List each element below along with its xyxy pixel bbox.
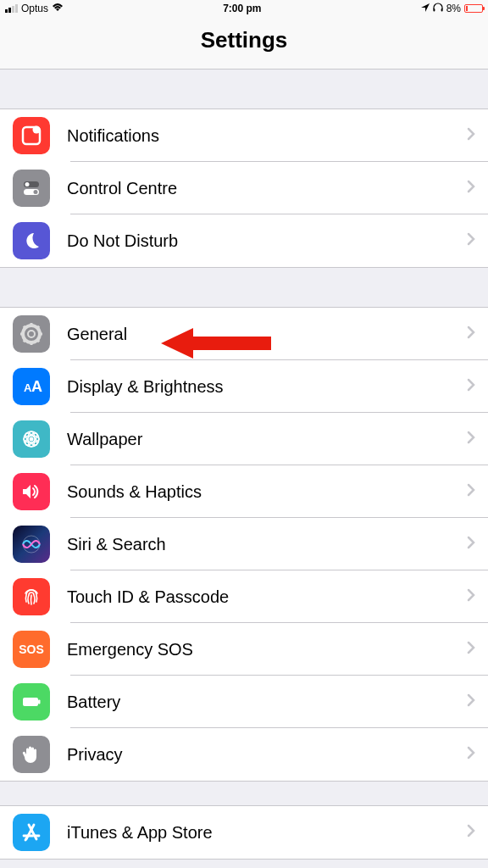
carrier-label: Optus <box>21 3 48 14</box>
svg-point-9 <box>28 331 35 337</box>
status-time: 7:00 pm <box>223 3 261 14</box>
svg-text:A: A <box>31 378 42 395</box>
row-emergency-sos[interactable]: SOS Emergency SOS <box>0 623 488 676</box>
row-label: Emergency SOS <box>67 640 467 659</box>
row-display-brightness[interactable]: AA Display & Brightness <box>0 360 488 413</box>
siri-icon <box>13 526 50 563</box>
row-label: Control Centre <box>67 179 467 198</box>
group-spacer <box>0 268 488 307</box>
svg-rect-0 <box>433 8 435 12</box>
chevron-right-icon <box>467 824 475 842</box>
row-notifications[interactable]: Notifications <box>0 109 488 162</box>
status-right: 8% <box>421 3 483 14</box>
svg-rect-28 <box>38 700 41 704</box>
row-label: iTunes & App Store <box>67 823 467 843</box>
notifications-icon <box>13 117 50 154</box>
chevron-right-icon <box>467 180 475 198</box>
sos-icon: SOS <box>13 631 50 668</box>
svg-rect-27 <box>23 698 38 706</box>
battery-percent: 8% <box>446 3 461 14</box>
gear-icon <box>13 315 50 353</box>
row-label: Notifications <box>67 126 467 146</box>
status-left: Optus <box>5 3 64 14</box>
chevron-right-icon <box>467 127 475 145</box>
wifi-icon <box>52 3 64 14</box>
svg-line-14 <box>24 326 25 328</box>
row-label: Display & Brightness <box>67 377 467 397</box>
chevron-right-icon <box>467 378 475 396</box>
row-control-centre[interactable]: Control Centre <box>0 162 488 214</box>
row-itunes-app-store[interactable]: iTunes & App Store <box>0 806 488 859</box>
svg-line-17 <box>37 326 39 328</box>
fingerprint-icon <box>13 578 50 615</box>
annotation-arrow <box>161 326 271 364</box>
speaker-icon <box>13 473 50 510</box>
row-label: Siri & Search <box>67 535 467 554</box>
row-siri-search[interactable]: Siri & Search <box>0 518 488 570</box>
wallpaper-icon <box>13 420 50 458</box>
page-title: Settings <box>0 27 488 53</box>
svg-marker-34 <box>161 328 271 359</box>
control-centre-icon <box>13 170 50 207</box>
signal-strength-icon <box>5 4 18 13</box>
hand-icon <box>13 736 50 773</box>
svg-point-7 <box>34 190 38 194</box>
svg-rect-1 <box>441 8 442 12</box>
settings-group-2: General AA Display & Brightness Wallpape… <box>0 307 488 782</box>
chevron-right-icon <box>467 746 475 764</box>
chevron-right-icon <box>467 483 475 501</box>
row-label: Wallpaper <box>67 430 467 449</box>
svg-line-33 <box>25 838 27 841</box>
row-label: Do Not Disturb <box>67 231 467 251</box>
status-bar: Optus 7:00 pm 8% <box>0 0 488 17</box>
settings-group-3: iTunes & App Store <box>0 805 488 860</box>
battery-icon <box>464 4 483 13</box>
moon-icon <box>13 222 50 259</box>
settings-header: Settings <box>0 17 488 70</box>
svg-line-16 <box>24 340 25 342</box>
row-label: Battery <box>67 693 467 712</box>
chevron-right-icon <box>467 326 475 343</box>
chevron-right-icon <box>467 588 475 606</box>
svg-point-8 <box>23 326 40 342</box>
chevron-right-icon <box>467 693 475 711</box>
row-privacy[interactable]: Privacy <box>0 728 488 781</box>
svg-point-25 <box>30 437 34 442</box>
settings-group-1: Notifications Control Centre Do Not Dist… <box>0 108 488 268</box>
svg-line-15 <box>37 340 39 342</box>
row-wallpaper[interactable]: Wallpaper <box>0 413 488 465</box>
row-label: Privacy <box>67 745 467 765</box>
row-do-not-disturb[interactable]: Do Not Disturb <box>0 214 488 267</box>
svg-point-5 <box>25 182 30 186</box>
group-spacer <box>0 70 488 108</box>
app-store-icon <box>13 814 50 851</box>
chevron-right-icon <box>467 536 475 554</box>
row-label: Touch ID & Passcode <box>67 587 467 607</box>
row-touch-id-passcode[interactable]: Touch ID & Passcode <box>0 570 488 623</box>
headphones-icon <box>433 3 443 14</box>
chevron-right-icon <box>467 431 475 448</box>
group-spacer <box>0 782 488 805</box>
location-icon <box>421 3 430 14</box>
row-label: Sounds & Haptics <box>67 482 467 502</box>
battery-icon <box>13 683 50 721</box>
row-sounds-haptics[interactable]: Sounds & Haptics <box>0 465 488 518</box>
svg-point-3 <box>33 126 41 134</box>
chevron-right-icon <box>467 641 475 659</box>
chevron-right-icon <box>467 232 475 250</box>
row-battery[interactable]: Battery <box>0 676 488 728</box>
text-size-icon: AA <box>13 368 50 405</box>
